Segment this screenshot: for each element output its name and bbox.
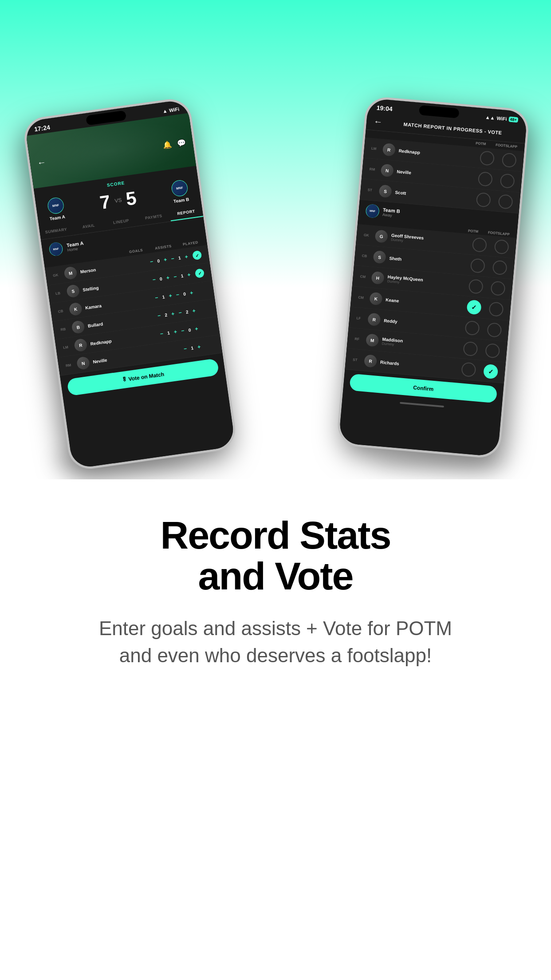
stats-merson: − 0 + − 1 +	[148, 253, 189, 265]
left-time: 17:24	[34, 124, 51, 133]
potm-circle-redknapp-top[interactable]	[480, 150, 495, 166]
pos-lb: LB	[55, 290, 64, 295]
footslapp-reddy[interactable]	[487, 322, 502, 338]
phones-section: 17:24 ▲ WiFi ← 🔔 💬	[0, 0, 551, 479]
headline-line2: and Vote	[198, 554, 353, 598]
left-status-icons: ▲ WiFi	[162, 107, 179, 114]
footslapp-sheth[interactable]	[492, 260, 508, 276]
avatar-kamara: K	[69, 302, 83, 316]
name-redknapp: Redknapp	[90, 332, 156, 346]
name-merson: Merson	[80, 260, 146, 274]
potm-circle-neville-top[interactable]	[478, 171, 493, 187]
footslapp-circle-redknapp-top[interactable]	[501, 153, 517, 168]
footslapp-hayley[interactable]	[490, 281, 506, 296]
avatar-sheth: S	[373, 250, 386, 264]
headline-line1: Record Stats	[161, 513, 391, 557]
stats-kamara: − 1 + − 0 +	[153, 289, 195, 301]
played-check-stelling[interactable]: ✓	[195, 268, 205, 278]
name-bullard: Bullard	[87, 314, 153, 328]
confirm-label: Confirm	[413, 384, 434, 392]
footslapp-maddison[interactable]	[485, 343, 500, 359]
right-time: 19:04	[376, 104, 393, 112]
avatar-redknapp-top: R	[382, 143, 396, 156]
right-notch	[419, 105, 460, 119]
pos-gk: GK	[53, 273, 61, 277]
no-check-bullard	[200, 309, 209, 310]
chat-icon[interactable]: 💬	[176, 138, 186, 148]
headline: Record Stats and Vote	[161, 515, 391, 597]
team-a-details: Team A Home	[66, 240, 84, 252]
home-indicator-bar	[400, 402, 444, 408]
potm-circle-scott[interactable]	[476, 192, 491, 208]
potm-hayley[interactable]	[468, 279, 484, 294]
vote-icon: 🎖	[122, 376, 128, 383]
team-b-badge-right: MNF	[365, 204, 380, 218]
pos-rm: RM	[65, 363, 74, 368]
potm-sheth[interactable]	[470, 258, 485, 273]
name-stelling: Stelling	[83, 278, 148, 292]
goals-minus[interactable]: −	[148, 258, 154, 265]
no-check-kamara	[198, 291, 207, 292]
stats-bullard: − 2 + − 2 +	[156, 307, 197, 319]
right-back-arrow[interactable]: ←	[373, 116, 383, 127]
stats-stelling: − 0 + − 1 +	[151, 271, 192, 283]
back-arrow-icon[interactable]: ←	[36, 157, 47, 169]
team-a-badge: MNF	[47, 197, 65, 215]
phone-right: 19:04 ▲▲ WiFi 48+ ← MATCH REPORT IN PROG…	[336, 95, 530, 459]
potm-reddy[interactable]	[464, 320, 480, 336]
avatar-reddy: R	[367, 313, 381, 326]
goals-stelling: − 0 +	[151, 274, 171, 283]
signal-icon-right: ▲▲	[485, 115, 495, 121]
bell-icon[interactable]: 🔔	[162, 140, 172, 150]
potm-richards[interactable]	[461, 362, 476, 377]
avatar-bullard: B	[71, 320, 85, 334]
pos-lm-top: LM	[371, 146, 380, 151]
stats-redknapp: − 1 + − 0 +	[158, 325, 200, 337]
footslapp-keane[interactable]	[488, 301, 504, 317]
team-a-small-badge: MNF	[48, 241, 63, 257]
no-check-redknapp	[203, 327, 212, 328]
team-b-badge-inner-right: MNF	[366, 204, 379, 218]
name-kamara: Kamara	[85, 296, 150, 310]
left-nav-bar: ← 🔔 💬	[29, 133, 194, 173]
assists-minus[interactable]: −	[169, 255, 176, 262]
vote-btn-label: Vote on Match	[128, 371, 165, 382]
footslapp-check-richards: ✓	[488, 368, 493, 375]
signal-icon: ▲	[162, 108, 167, 114]
name-reddy: Reddy	[384, 318, 462, 329]
avatar-neville: N	[76, 356, 91, 370]
score-vs: VS	[114, 197, 122, 204]
team-b-name: Team B	[173, 197, 189, 204]
team-b-details-right: Team B Away	[382, 207, 401, 218]
score-display: 7 VS 5	[98, 187, 138, 213]
pos-rb: RB	[60, 327, 69, 332]
name-sheth: Sheth	[389, 256, 467, 267]
footslapp-circle-scott[interactable]	[498, 194, 513, 209]
footslapp-richards-selected[interactable]: ✓	[483, 364, 499, 379]
potm-maddison[interactable]	[463, 341, 478, 357]
goals-header: GOALS	[126, 248, 146, 254]
potm-check-keane: ✓	[471, 304, 477, 311]
potm-keane-selected[interactable]: ✓	[466, 300, 482, 315]
goals-plus[interactable]: +	[162, 256, 168, 263]
phone-left: 17:24 ▲ WiFi ← 🔔 💬	[22, 96, 238, 471]
team-b-badge-inner: MNF	[171, 180, 188, 197]
phone-right-screen: 19:04 ▲▲ WiFi 48+ ← MATCH REPORT IN PROG…	[338, 98, 528, 457]
assists-header: ASSISTS	[154, 244, 173, 251]
right-status-icons: ▲▲ WiFi 48+	[485, 115, 518, 122]
assists-plus[interactable]: +	[183, 253, 189, 261]
team-a-small-badge-inner: MNF	[49, 241, 63, 257]
phone-left-screen: 17:24 ▲ WiFi ← 🔔 💬	[24, 99, 236, 469]
avatar-maddison: M	[366, 333, 379, 347]
name-redknapp-top: Redknapp	[398, 148, 476, 160]
potm-geoff[interactable]	[472, 237, 488, 253]
subtext: Enter goals and assists + Vote for POTM …	[94, 615, 457, 669]
footslapp-circle-neville-top[interactable]	[500, 173, 515, 189]
no-check-neville	[205, 345, 214, 346]
footslapp-col-header: FOOTSLAPP	[495, 143, 518, 149]
avatar-redknapp: R	[74, 338, 88, 352]
footslapp-geoff[interactable]	[494, 239, 509, 255]
potm-col-header: POTM	[469, 141, 492, 146]
played-check-merson[interactable]: ✓	[192, 250, 202, 261]
nav-icons: 🔔 💬	[162, 138, 186, 150]
